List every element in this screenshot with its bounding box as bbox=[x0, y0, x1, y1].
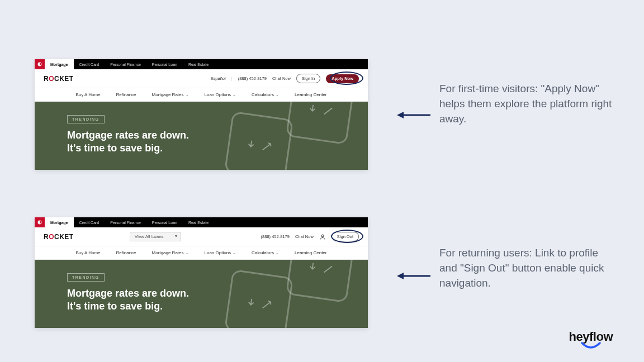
hero-banner: TRENDING Mortgage rates are down.It's ti… bbox=[35, 260, 368, 328]
tab-real-estate[interactable]: Real Estate bbox=[183, 59, 214, 69]
nav-loan-options[interactable]: Loan Options⌄ bbox=[205, 92, 236, 97]
tab-credit-card[interactable]: Credit Card bbox=[74, 59, 105, 69]
sign-in-button[interactable]: Sign In bbox=[296, 74, 320, 83]
svg-marker-4 bbox=[397, 112, 404, 118]
top-tabs: Mortgage Credit Card Personal Finance Pe… bbox=[45, 59, 214, 69]
hero-banner: TRENDING Mortgage rates are down.It's ti… bbox=[35, 102, 368, 170]
brand-logo[interactable]: ROCKET bbox=[44, 75, 74, 83]
svg-marker-6 bbox=[397, 273, 404, 279]
rocket-logo-icon bbox=[35, 217, 45, 227]
chat-now-link[interactable]: Chat Now bbox=[272, 76, 291, 81]
nav-refinance[interactable]: Refinance bbox=[116, 250, 136, 255]
user-profile-icon[interactable] bbox=[319, 234, 326, 240]
nav-refinance[interactable]: Refinance bbox=[116, 92, 136, 97]
view-all-loans-select[interactable]: View All Loans bbox=[130, 232, 181, 241]
nav-mortgage-rates[interactable]: Mortgage Rates⌄ bbox=[152, 250, 189, 255]
chevron-down-icon: ⌄ bbox=[186, 251, 189, 255]
tab-personal-finance[interactable]: Personal Finance bbox=[105, 217, 146, 227]
nav-learning-center[interactable]: Learning Center bbox=[295, 92, 326, 97]
chevron-down-icon: ⌄ bbox=[233, 251, 236, 255]
arrow-left-icon bbox=[397, 270, 432, 282]
nav-buy-home[interactable]: Buy A Home bbox=[76, 92, 101, 97]
header-bar: ROCKET Español | (888) 452-8179 Chat Now… bbox=[35, 69, 368, 88]
header-bar: ROCKET View All Loans (888) 452-8179 Cha… bbox=[35, 227, 368, 246]
chevron-down-icon: ⌄ bbox=[233, 93, 236, 97]
sub-nav: Buy A Home Refinance Mortgage Rates⌄ Loa… bbox=[35, 88, 368, 102]
top-bar: Mortgage Credit Card Personal Finance Pe… bbox=[35, 59, 368, 69]
nav-calculators[interactable]: Calculators⌄ bbox=[252, 250, 279, 255]
decorative-tile-icon bbox=[224, 111, 293, 170]
nav-mortgage-rates[interactable]: Mortgage Rates⌄ bbox=[152, 92, 189, 97]
tab-personal-finance[interactable]: Personal Finance bbox=[105, 59, 146, 69]
brand-logo[interactable]: ROCKET bbox=[44, 233, 74, 241]
annotation-returning: For returning users: Link to profile and… bbox=[439, 246, 613, 291]
smile-icon bbox=[580, 342, 602, 350]
espanol-link[interactable]: Español bbox=[211, 76, 226, 81]
nav-calculators[interactable]: Calculators⌄ bbox=[252, 92, 279, 97]
rocket-logo-icon bbox=[35, 59, 45, 69]
chevron-down-icon: ⌄ bbox=[186, 93, 189, 97]
phone-number[interactable]: (888) 452-8179 bbox=[238, 76, 267, 81]
tab-real-estate[interactable]: Real Estate bbox=[183, 217, 214, 227]
trending-badge: TRENDING bbox=[67, 273, 105, 282]
screenshot-first-time: Mortgage Credit Card Personal Finance Pe… bbox=[35, 59, 368, 170]
decorative-tile-icon bbox=[224, 269, 293, 328]
top-tabs: Mortgage Credit Card Personal Finance Pe… bbox=[45, 217, 214, 227]
annotation-first-time: For first-time visitors: "Apply Now" hel… bbox=[439, 82, 613, 127]
apply-now-button[interactable]: Apply Now bbox=[326, 74, 359, 83]
tab-mortgage[interactable]: Mortgage bbox=[45, 59, 74, 69]
phone-number[interactable]: (888) 452-8179 bbox=[261, 234, 290, 239]
sub-nav: Buy A Home Refinance Mortgage Rates⌄ Loa… bbox=[35, 246, 368, 260]
tab-personal-loan[interactable]: Personal Loan bbox=[146, 59, 183, 69]
arrow-left-icon bbox=[397, 109, 432, 121]
chevron-down-icon: ⌄ bbox=[276, 93, 279, 97]
trending-badge: TRENDING bbox=[67, 115, 105, 123]
nav-learning-center[interactable]: Learning Center bbox=[295, 250, 326, 255]
nav-buy-home[interactable]: Buy A Home bbox=[76, 250, 101, 255]
heyflow-logo: heyflow bbox=[569, 330, 613, 350]
screenshot-returning-user: Mortgage Credit Card Personal Finance Pe… bbox=[35, 217, 368, 328]
nav-loan-options[interactable]: Loan Options⌄ bbox=[205, 250, 236, 255]
tab-credit-card[interactable]: Credit Card bbox=[74, 217, 105, 227]
sign-out-button[interactable]: Sign Out bbox=[332, 232, 359, 241]
tab-personal-loan[interactable]: Personal Loan bbox=[146, 217, 183, 227]
top-bar: Mortgage Credit Card Personal Finance Pe… bbox=[35, 217, 368, 227]
svg-point-2 bbox=[321, 235, 324, 237]
chevron-down-icon: ⌄ bbox=[276, 251, 279, 255]
chat-now-link[interactable]: Chat Now bbox=[295, 234, 314, 239]
tab-mortgage[interactable]: Mortgage bbox=[45, 217, 74, 227]
